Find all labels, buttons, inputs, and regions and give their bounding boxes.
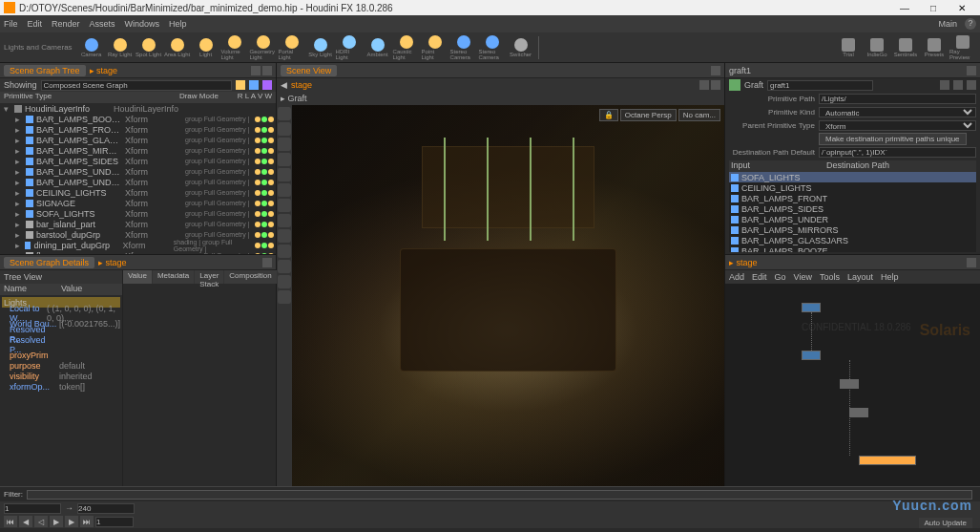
param-opt-1[interactable] <box>940 80 949 90</box>
net-menu-view[interactable]: View <box>794 272 812 282</box>
move-tool[interactable] <box>278 122 291 136</box>
net-menu-go[interactable]: Go <box>775 272 786 282</box>
net-menu-tools[interactable]: Tools <box>820 272 840 282</box>
menu-render[interactable]: Render <box>52 19 80 29</box>
menu-help[interactable]: Help <box>169 19 187 29</box>
shelf-tool-right[interactable]: Trial <box>835 34 862 61</box>
shelf-tool[interactable]: Ambient <box>365 34 391 61</box>
net-menu-layout[interactable]: Layout <box>847 272 873 282</box>
shelf-tool[interactable]: Light <box>193 34 219 61</box>
pane-max-icon[interactable] <box>262 66 272 75</box>
pane-menu-icon[interactable] <box>251 66 261 75</box>
next-frame-button[interactable]: ▶ <box>65 516 78 527</box>
graft-row[interactable]: BAR_LAMPS_UNDER <box>729 214 976 224</box>
timeline-track[interactable] <box>27 490 972 500</box>
vp-tool-5[interactable] <box>278 168 291 181</box>
graft-table[interactable]: InputDestination Path SOFA_LIGHTSCEILING… <box>729 160 976 252</box>
tree-item[interactable]: ▸BAR_LAMPS_MIRRORSXform group Full Geome… <box>0 145 276 156</box>
tree-item[interactable]: ▸SIGNAGEXform group Full Geometry | <box>0 198 276 208</box>
vp-tool-12[interactable] <box>278 275 291 288</box>
vp-tool-9[interactable] <box>278 229 291 243</box>
current-frame-input[interactable] <box>95 517 134 527</box>
sgd-stage-crumb[interactable]: ▸ stage <box>98 258 127 267</box>
sgd-tab[interactable]: Scene Graph Details <box>4 257 94 268</box>
network-canvas[interactable]: Solaris CONFIDENTIAL 18.0.286 <box>725 284 980 515</box>
shelf-tool[interactable]: Stereo Camera <box>450 34 477 61</box>
shelf-tool[interactable]: Caustic Light <box>393 34 420 61</box>
stage-crumb[interactable]: ▸ stage <box>90 66 118 75</box>
vp-tool-10[interactable] <box>278 245 291 258</box>
param-opt-2[interactable] <box>953 80 963 90</box>
shelf-tool[interactable]: Stereo Camera <box>479 34 506 61</box>
menu-windows[interactable]: Windows <box>125 19 160 29</box>
draw-mode-header[interactable]: Draw Mode <box>179 92 219 103</box>
camera-dropdown[interactable]: Octane Persp <box>620 109 677 121</box>
property-row[interactable]: Resolved P... <box>2 339 120 350</box>
property-list[interactable]: Lights Local to W...( (1, 0, 0, 0), (0, … <box>0 295 122 394</box>
net-menu-add[interactable]: Add <box>729 272 744 282</box>
tree-item[interactable]: ▸SOFA_LIGHTSXform group Full Geometry | <box>0 208 276 219</box>
network-node[interactable] <box>849 408 868 417</box>
param-opt-3[interactable] <box>967 80 976 90</box>
play-reverse-button[interactable]: ◁ <box>34 516 48 527</box>
sgd-menu-icon[interactable] <box>262 258 272 267</box>
shelf-tool[interactable]: HDRI Light <box>336 34 363 61</box>
maximize-button[interactable]: □ <box>919 3 948 13</box>
vp-stage-crumb[interactable]: stage <box>291 80 312 90</box>
select-tool[interactable] <box>278 107 291 120</box>
shelf-tool-right[interactable]: Ray Preview <box>949 34 976 61</box>
property-row[interactable]: purposedefault <box>2 360 120 371</box>
shelf-tool-right[interactable]: Sentinels <box>892 34 919 61</box>
scale-tool[interactable] <box>278 153 291 166</box>
shelf-tool[interactable]: Area Light <box>164 34 191 61</box>
menu-assets[interactable]: Assets <box>90 19 115 29</box>
shelf-tool[interactable]: Point Light <box>422 34 448 61</box>
last-frame-button[interactable]: ⏭ <box>80 516 94 527</box>
tree-item[interactable]: ▸BAR_LAMPS_UNDER_SIDESXform group Full G… <box>0 177 276 187</box>
filter-icon-3[interactable] <box>262 80 272 90</box>
graft-row[interactable]: CEILING_LIGHTS <box>729 182 976 193</box>
help-icon[interactable]: ? <box>965 18 976 30</box>
tree-item[interactable]: ▸BAR_LAMPS_BOOZEXform group Full Geometr… <box>0 114 276 124</box>
tree-item[interactable]: ▸bar_island_partXform group Full Geometr… <box>0 219 276 229</box>
tree-item[interactable]: ▸CEILING_LIGHTSXform group Full Geometry… <box>0 187 276 198</box>
shelf-tool[interactable]: Spot Light <box>136 34 162 61</box>
vp-tool-8[interactable] <box>278 214 291 227</box>
minimize-button[interactable]: — <box>890 3 919 13</box>
rotate-tool[interactable] <box>278 138 291 151</box>
vp-tool-11[interactable] <box>278 260 291 273</box>
graft-row[interactable]: BAR_LAMPS_FRONT <box>729 193 976 203</box>
property-row[interactable]: proxyPrim <box>2 350 120 360</box>
prim-path-input[interactable] <box>819 94 976 104</box>
tree-item[interactable]: ▸BAR_LAMPS_GLASSJARSXform group Full Geo… <box>0 135 276 145</box>
shelf-tool[interactable]: Volume Light <box>221 34 248 61</box>
node-name-input[interactable] <box>767 80 873 91</box>
network-node-selected[interactable] <box>859 456 916 465</box>
net-menu-edit[interactable]: Edit <box>752 272 767 282</box>
tree-root[interactable]: ▾HoudiniLayerInfoHoudiniLayerInfo <box>0 103 276 114</box>
graft-crumb[interactable]: ▸ Graft <box>281 94 307 103</box>
shelf-tool[interactable]: Geometry Light <box>250 34 277 61</box>
tree-item[interactable]: ▸BAR_LAMPS_UNDERXform group Full Geometr… <box>0 166 276 177</box>
menu-edit[interactable]: Edit <box>28 19 43 29</box>
tree-item[interactable]: ▸BAR_LAMPS_FRONTXform group Full Geometr… <box>0 124 276 135</box>
nocam-label[interactable]: No cam... <box>678 109 720 121</box>
timeline[interactable]: Filter: <box>0 486 980 501</box>
vp-tool-6[interactable] <box>278 183 291 197</box>
filter-icon-2[interactable] <box>249 80 259 90</box>
tab-layerstack[interactable]: Layer Stack <box>195 270 223 284</box>
property-row[interactable]: xformOp...token[] <box>2 381 120 392</box>
vp-opt-icon[interactable] <box>699 80 709 90</box>
close-button[interactable]: ✕ <box>948 3 976 13</box>
tree-item[interactable]: ▸dining_part_dupGrpXformshading | group … <box>0 240 276 250</box>
net-menu-icon[interactable] <box>967 258 976 267</box>
graft-row[interactable]: BAR_LAMPS_BOOZE <box>729 245 976 252</box>
graft-row[interactable]: SOFA_LIGHTS <box>729 172 976 182</box>
menu-file[interactable]: File <box>4 19 18 29</box>
params-menu-icon[interactable] <box>967 66 976 75</box>
lock-icon[interactable]: 🔒 <box>599 109 618 121</box>
prev-frame-button[interactable]: ◀ <box>19 516 32 527</box>
tab-composition[interactable]: Composition <box>224 270 276 284</box>
property-row[interactable]: Local to W...( (1, 0, 0, 0), (0, 1, 0, 0… <box>2 308 120 318</box>
tree-item[interactable]: ▸BAR_LAMPS_SIDESXform group Full Geometr… <box>0 156 276 166</box>
